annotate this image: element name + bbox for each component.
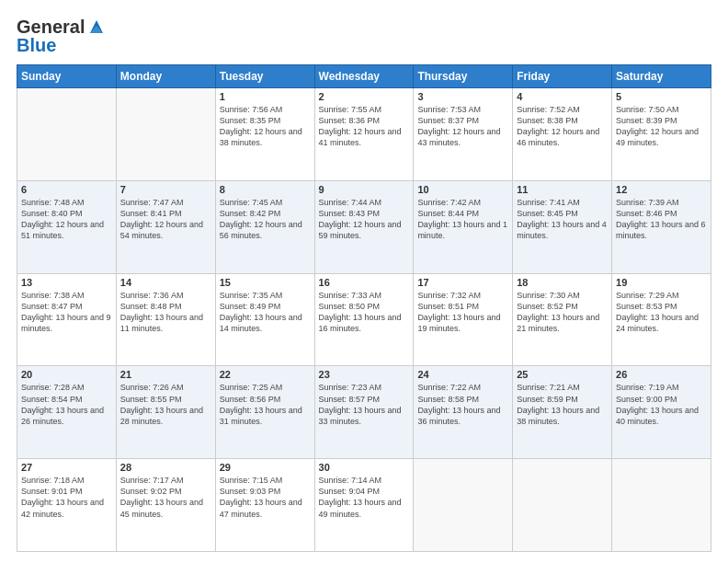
day-number: 7 <box>120 184 211 195</box>
day-number: 5 <box>616 91 707 102</box>
day-number: 17 <box>417 277 508 288</box>
day-info: Sunrise: 7:41 AM Sunset: 8:45 PM Dayligh… <box>517 197 608 242</box>
day-number: 15 <box>220 277 311 288</box>
day-number: 18 <box>517 277 608 288</box>
weekday-header-sunday: Sunday <box>17 65 117 88</box>
day-number: 16 <box>319 277 410 288</box>
day-number: 9 <box>319 184 410 195</box>
calendar-cell: 9Sunrise: 7:44 AM Sunset: 8:43 PM Daylig… <box>314 180 414 273</box>
day-info: Sunrise: 7:55 AM Sunset: 8:36 PM Dayligh… <box>319 104 410 149</box>
calendar-week-row: 20Sunrise: 7:28 AM Sunset: 8:54 PM Dayli… <box>17 366 711 459</box>
calendar-cell: 17Sunrise: 7:32 AM Sunset: 8:51 PM Dayli… <box>414 273 513 366</box>
weekday-header-saturday: Saturday <box>612 65 711 88</box>
day-info: Sunrise: 7:42 AM Sunset: 8:44 PM Dayligh… <box>417 197 508 242</box>
calendar-cell: 29Sunrise: 7:15 AM Sunset: 9:03 PM Dayli… <box>215 459 314 552</box>
day-info: Sunrise: 7:44 AM Sunset: 8:43 PM Dayligh… <box>319 197 410 242</box>
day-number: 11 <box>517 184 608 195</box>
day-number: 6 <box>21 184 112 195</box>
weekday-header-tuesday: Tuesday <box>215 65 314 88</box>
calendar-cell: 24Sunrise: 7:22 AM Sunset: 8:58 PM Dayli… <box>414 366 513 459</box>
day-info: Sunrise: 7:50 AM Sunset: 8:39 PM Dayligh… <box>616 104 707 149</box>
calendar-cell: 6Sunrise: 7:48 AM Sunset: 8:40 PM Daylig… <box>17 180 117 273</box>
day-info: Sunrise: 7:35 AM Sunset: 8:49 PM Dayligh… <box>220 290 311 335</box>
day-number: 3 <box>417 91 508 102</box>
day-number: 14 <box>120 277 211 288</box>
calendar-table: SundayMondayTuesdayWednesdayThursdayFrid… <box>17 64 711 552</box>
day-info: Sunrise: 7:48 AM Sunset: 8:40 PM Dayligh… <box>21 197 112 242</box>
calendar-cell: 3Sunrise: 7:53 AM Sunset: 8:37 PM Daylig… <box>414 88 513 181</box>
day-number: 13 <box>21 277 112 288</box>
calendar-cell: 26Sunrise: 7:19 AM Sunset: 9:00 PM Dayli… <box>612 366 711 459</box>
day-info: Sunrise: 7:28 AM Sunset: 8:54 PM Dayligh… <box>21 382 112 427</box>
calendar-cell: 20Sunrise: 7:28 AM Sunset: 8:54 PM Dayli… <box>17 366 117 459</box>
day-number: 10 <box>417 184 508 195</box>
logo-blue-text: Blue <box>17 35 107 55</box>
day-info: Sunrise: 7:15 AM Sunset: 9:03 PM Dayligh… <box>220 475 311 520</box>
calendar-cell <box>612 459 711 552</box>
calendar-cell: 1Sunrise: 7:56 AM Sunset: 8:35 PM Daylig… <box>215 88 314 181</box>
weekday-header-monday: Monday <box>116 65 215 88</box>
day-number: 30 <box>319 462 410 473</box>
day-info: Sunrise: 7:29 AM Sunset: 8:53 PM Dayligh… <box>616 290 707 335</box>
calendar-cell: 14Sunrise: 7:36 AM Sunset: 8:48 PM Dayli… <box>116 273 215 366</box>
day-info: Sunrise: 7:21 AM Sunset: 8:59 PM Dayligh… <box>517 382 608 427</box>
day-info: Sunrise: 7:39 AM Sunset: 8:46 PM Dayligh… <box>616 197 707 242</box>
day-number: 1 <box>220 91 311 102</box>
day-number: 29 <box>220 462 311 473</box>
calendar-cell <box>414 459 513 552</box>
day-info: Sunrise: 7:47 AM Sunset: 8:41 PM Dayligh… <box>120 197 211 242</box>
calendar-cell: 15Sunrise: 7:35 AM Sunset: 8:49 PM Dayli… <box>215 273 314 366</box>
day-info: Sunrise: 7:17 AM Sunset: 9:02 PM Dayligh… <box>120 475 211 520</box>
day-info: Sunrise: 7:38 AM Sunset: 8:47 PM Dayligh… <box>21 290 112 335</box>
logo-icon <box>86 17 107 37</box>
day-number: 2 <box>319 91 410 102</box>
day-info: Sunrise: 7:45 AM Sunset: 8:42 PM Dayligh… <box>220 197 311 242</box>
calendar-cell: 30Sunrise: 7:14 AM Sunset: 9:04 PM Dayli… <box>314 459 414 552</box>
calendar-cell: 13Sunrise: 7:38 AM Sunset: 8:47 PM Dayli… <box>17 273 117 366</box>
day-info: Sunrise: 7:25 AM Sunset: 8:56 PM Dayligh… <box>220 382 311 427</box>
calendar-week-row: 1Sunrise: 7:56 AM Sunset: 8:35 PM Daylig… <box>17 88 711 181</box>
calendar-cell: 22Sunrise: 7:25 AM Sunset: 8:56 PM Dayli… <box>215 366 314 459</box>
day-number: 21 <box>120 369 211 380</box>
day-info: Sunrise: 7:56 AM Sunset: 8:35 PM Dayligh… <box>220 104 311 149</box>
calendar-week-row: 13Sunrise: 7:38 AM Sunset: 8:47 PM Dayli… <box>17 273 711 366</box>
day-info: Sunrise: 7:52 AM Sunset: 8:38 PM Dayligh… <box>517 104 608 149</box>
calendar-cell: 16Sunrise: 7:33 AM Sunset: 8:50 PM Dayli… <box>314 273 414 366</box>
page: General Blue SundayMondayTuesdayWednesda… <box>0 0 728 563</box>
day-number: 25 <box>517 369 608 380</box>
calendar-cell: 18Sunrise: 7:30 AM Sunset: 8:52 PM Dayli… <box>513 273 612 366</box>
weekday-header-friday: Friday <box>513 65 612 88</box>
calendar-cell: 12Sunrise: 7:39 AM Sunset: 8:46 PM Dayli… <box>612 180 711 273</box>
day-info: Sunrise: 7:36 AM Sunset: 8:48 PM Dayligh… <box>120 290 211 335</box>
day-number: 26 <box>616 369 707 380</box>
day-info: Sunrise: 7:18 AM Sunset: 9:01 PM Dayligh… <box>21 475 112 520</box>
calendar-cell: 27Sunrise: 7:18 AM Sunset: 9:01 PM Dayli… <box>17 459 117 552</box>
calendar-cell: 4Sunrise: 7:52 AM Sunset: 8:38 PM Daylig… <box>513 88 612 181</box>
day-number: 19 <box>616 277 707 288</box>
day-number: 24 <box>417 369 508 380</box>
calendar-cell: 23Sunrise: 7:23 AM Sunset: 8:57 PM Dayli… <box>314 366 414 459</box>
day-info: Sunrise: 7:26 AM Sunset: 8:55 PM Dayligh… <box>120 382 211 427</box>
day-number: 23 <box>319 369 410 380</box>
day-number: 20 <box>21 369 112 380</box>
logo-general-text: General <box>17 17 85 37</box>
calendar-cell: 10Sunrise: 7:42 AM Sunset: 8:44 PM Dayli… <box>414 180 513 273</box>
calendar-week-row: 27Sunrise: 7:18 AM Sunset: 9:01 PM Dayli… <box>17 459 711 552</box>
day-number: 12 <box>616 184 707 195</box>
day-info: Sunrise: 7:32 AM Sunset: 8:51 PM Dayligh… <box>417 290 508 335</box>
header: General Blue <box>17 17 711 55</box>
calendar-cell: 8Sunrise: 7:45 AM Sunset: 8:42 PM Daylig… <box>215 180 314 273</box>
day-info: Sunrise: 7:22 AM Sunset: 8:58 PM Dayligh… <box>417 382 508 427</box>
day-info: Sunrise: 7:30 AM Sunset: 8:52 PM Dayligh… <box>517 290 608 335</box>
weekday-header-thursday: Thursday <box>414 65 513 88</box>
calendar-cell: 11Sunrise: 7:41 AM Sunset: 8:45 PM Dayli… <box>513 180 612 273</box>
logo: General Blue <box>17 17 107 55</box>
calendar-week-row: 6Sunrise: 7:48 AM Sunset: 8:40 PM Daylig… <box>17 180 711 273</box>
day-number: 22 <box>220 369 311 380</box>
weekday-header-wednesday: Wednesday <box>314 65 414 88</box>
calendar-cell: 21Sunrise: 7:26 AM Sunset: 8:55 PM Dayli… <box>116 366 215 459</box>
day-info: Sunrise: 7:23 AM Sunset: 8:57 PM Dayligh… <box>319 382 410 427</box>
day-info: Sunrise: 7:14 AM Sunset: 9:04 PM Dayligh… <box>319 475 410 520</box>
calendar-cell: 25Sunrise: 7:21 AM Sunset: 8:59 PM Dayli… <box>513 366 612 459</box>
day-number: 27 <box>21 462 112 473</box>
